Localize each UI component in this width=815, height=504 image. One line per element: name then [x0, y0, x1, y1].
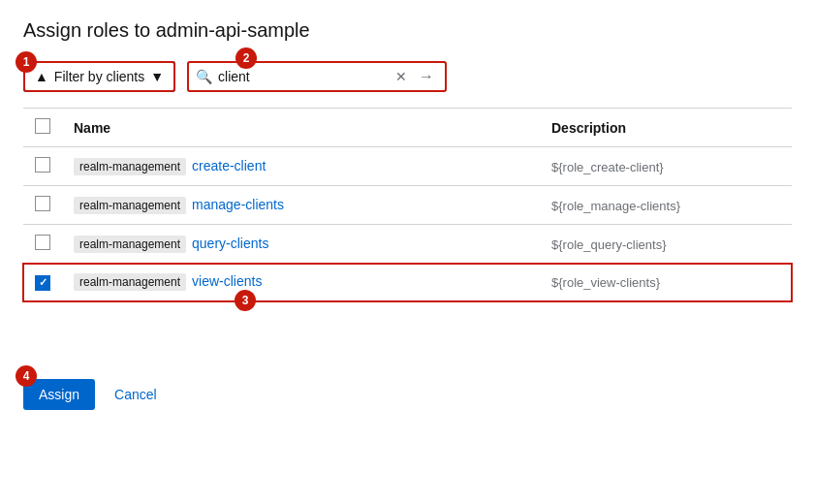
row-checkbox-cell	[23, 225, 62, 264]
select-all-checkbox[interactable]	[35, 118, 50, 134]
row-description-cell: ${role_create-client}	[540, 147, 792, 186]
role-name: view-clients	[192, 273, 262, 289]
role-namespace: realm-management	[74, 158, 186, 175]
col-description-header: Description	[540, 109, 792, 147]
role-name: manage-clients	[192, 197, 284, 212]
row-checkbox[interactable]	[35, 157, 50, 173]
row-name-cell: realm-managementcreate-client	[62, 147, 540, 186]
row-checkbox-cell	[23, 147, 62, 186]
col-checkbox	[23, 109, 62, 147]
row-checkbox[interactable]	[35, 235, 50, 250]
role-namespace: realm-management	[74, 197, 186, 214]
search-container: 🔍 ✕ →	[187, 61, 447, 92]
toolbar: 1 ▲ Filter by clients ▼ 2 🔍 ✕ →	[23, 61, 792, 92]
table-row: realm-managementcreate-client${role_crea…	[23, 147, 792, 186]
row-name-cell: realm-managementmanage-clients	[62, 186, 540, 225]
assign-button[interactable]: Assign	[23, 379, 95, 410]
search-icon: 🔍	[196, 69, 212, 84]
row-name-cell: realm-managementquery-clients	[62, 225, 540, 264]
roles-table-wrapper: Name Description realm-managementcreate-…	[23, 108, 792, 301]
step-badge-4: 4	[16, 365, 37, 387]
footer: 4 Assign Cancel	[23, 379, 792, 410]
filter-icon: ▲	[35, 69, 48, 84]
page-title: Assign roles to admin-api-sample	[23, 19, 792, 42]
step-badge-3: 3	[235, 290, 256, 311]
row-checkbox[interactable]	[35, 196, 50, 211]
role-name: query-clients	[192, 236, 268, 251]
filter-label: Filter by clients	[54, 69, 144, 84]
roles-table: Name Description realm-managementcreate-…	[23, 109, 792, 301]
row-checkbox-cell	[23, 264, 62, 301]
role-namespace: realm-management	[74, 236, 186, 253]
row-description-cell: ${role_manage-clients}	[540, 186, 792, 225]
row-name-cell: realm-managementview-clients3	[62, 264, 540, 301]
row-checkbox-cell	[23, 186, 62, 225]
table-row: realm-managementview-clients3${role_view…	[23, 264, 792, 301]
filter-dropdown[interactable]: ▲ Filter by clients ▼	[23, 61, 175, 92]
role-description: ${role_query-clients}	[551, 237, 667, 252]
cancel-button[interactable]: Cancel	[110, 379, 161, 410]
table-row: realm-managementquery-clients${role_quer…	[23, 225, 792, 264]
role-namespace: realm-management	[74, 273, 186, 291]
role-description: ${role_create-client}	[551, 160, 664, 174]
step-badge-2: 2	[235, 47, 257, 69]
search-submit-icon[interactable]: →	[415, 66, 438, 87]
row-description-cell: ${role_query-clients}	[540, 225, 792, 264]
row-description-cell: ${role_view-clients}	[540, 264, 792, 301]
table-header-row: Name Description	[23, 109, 792, 147]
role-description: ${role_manage-clients}	[551, 199, 680, 213]
role-description: ${role_view-clients}	[551, 275, 660, 290]
step-badge-1: 1	[16, 51, 37, 73]
search-clear-icon[interactable]: ✕	[393, 67, 409, 86]
table-row: realm-managementmanage-clients${role_man…	[23, 186, 792, 225]
role-name: create-client	[192, 158, 266, 173]
chevron-down-icon: ▼	[150, 69, 164, 84]
row-checkbox[interactable]	[35, 275, 50, 291]
col-name-header: Name	[62, 109, 540, 147]
search-input[interactable]	[218, 69, 388, 84]
